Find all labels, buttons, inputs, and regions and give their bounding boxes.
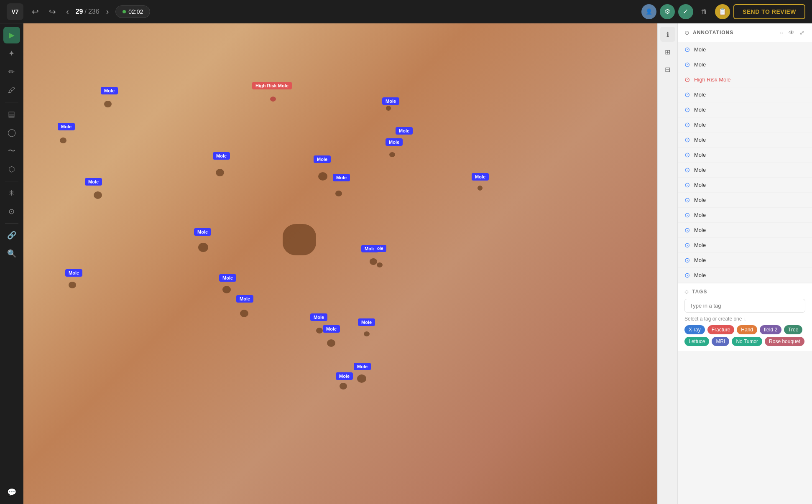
annotation-label-14[interactable]: Mole	[219, 274, 236, 282]
link-tool[interactable]: 🔗	[3, 227, 20, 244]
left-toolbar: ▶ ✦ ✏ 🖊 ▤ ◯ 〜 ⬡ ✳ ⊙ 🔗	[0, 23, 23, 504]
annotation-item-6[interactable]: ⊙ Mole	[678, 117, 812, 132]
brush-tool[interactable]: 🖊	[3, 82, 20, 99]
region-tool[interactable]: ⊙	[3, 203, 20, 220]
annotation-label-19[interactable]: Mole	[323, 325, 340, 333]
tag-chip-fracture[interactable]: Fracture	[707, 325, 735, 334]
annotation-label-4[interactable]: Mole	[382, 97, 399, 105]
timer-display[interactable]: 02:02	[115, 5, 150, 18]
mole-spot-11	[69, 282, 76, 288]
trash-button[interactable]: 🗑	[697, 4, 712, 19]
select-tool[interactable]: ▶	[3, 27, 20, 43]
annotation-label-8[interactable]: Mole	[386, 138, 403, 146]
annotation-label-6[interactable]: Mole	[314, 155, 331, 163]
mole-spot-15	[377, 262, 383, 267]
next-frame-button[interactable]: ›	[103, 5, 112, 18]
annotation-item-4[interactable]: ⊙ Mole	[678, 87, 812, 102]
timer-dot	[123, 10, 126, 13]
tag-chip-rose-bouquet[interactable]: Rose bouquet	[765, 337, 804, 346]
annotation-item-7[interactable]: ⊙ Mole	[678, 132, 812, 148]
annotation-label-5[interactable]: Mole	[213, 152, 230, 160]
tag-chip-tree[interactable]: Tree	[784, 325, 802, 334]
annotations-visibility-toggle[interactable]: 👁	[788, 28, 795, 37]
annotation-type-icon: ⊙	[684, 106, 690, 114]
annotation-label-20[interactable]: Mole	[358, 318, 375, 326]
annotation-item-13[interactable]: ⊙ Mole	[678, 223, 812, 238]
annotation-item-11[interactable]: ⊙ Mole	[678, 193, 812, 208]
annotations-panel: ⊙ ANNOTATIONS ○ 👁 ⤢ ⊙ Mole ⊙ Mole ⊙ High…	[678, 23, 812, 504]
annotation-label-11[interactable]: Mole	[472, 173, 489, 181]
annotation-label-7[interactable]: Mole	[396, 127, 413, 135]
annotation-type-icon: ⊙	[684, 181, 690, 189]
annotation-item-1[interactable]: ⊙ Mole	[678, 42, 812, 57]
annotation-label-15[interactable]: Mole	[236, 295, 253, 303]
annotation-label-3[interactable]: Mole	[58, 123, 75, 130]
tag-input[interactable]	[684, 299, 805, 313]
tags-title: TAGS	[692, 289, 707, 295]
comment-tool[interactable]: 💬	[3, 484, 20, 501]
tag-chip-x-ray[interactable]: X-ray	[684, 325, 705, 334]
tag-chip-mri[interactable]: MRI	[712, 337, 729, 346]
annotation-item-14[interactable]: ⊙ Mole	[678, 238, 812, 253]
annotation-item-5[interactable]: ⊙ Mole	[678, 102, 812, 117]
avatar: 👤	[641, 4, 656, 19]
avatar-initials: 👤	[646, 8, 652, 15]
annotation-item-3[interactable]: ⊙ High Risk Mole	[678, 72, 812, 87]
annotations-circle-toggle[interactable]: ○	[779, 28, 784, 37]
annotation-item-8[interactable]: ⊙ Mole	[678, 148, 812, 163]
panel-table-button[interactable]: ⊟	[660, 62, 675, 77]
annotation-label-1[interactable]: Mole	[101, 87, 118, 94]
annotation-label-13[interactable]: Mole	[65, 269, 82, 277]
annotation-item-15[interactable]: ⊙ Mole	[678, 253, 812, 268]
annotation-item-9[interactable]: ⊙ Mole	[678, 163, 812, 178]
panel-grid-button[interactable]: ⊞	[660, 44, 675, 59]
tag-chip-field-2[interactable]: field 2	[760, 325, 781, 334]
mole-spot-14	[370, 258, 377, 265]
annotation-label-9[interactable]: Mole	[85, 178, 102, 186]
ellipse-tool[interactable]: ◯	[3, 124, 20, 141]
select-icon: ▶	[9, 31, 15, 40]
undo-button[interactable]: ↩	[28, 5, 42, 18]
annotations-expand-button[interactable]: ⤢	[799, 28, 805, 37]
skeleton-tool[interactable]: ✳	[3, 185, 20, 201]
send-review-button[interactable]: SEND TO REVIEW	[733, 4, 805, 19]
automl-button[interactable]: ⚙	[660, 4, 675, 19]
prev-frame-button[interactable]: ‹	[63, 5, 72, 18]
annotation-label-12[interactable]: Mole	[194, 228, 211, 236]
polyline-tool[interactable]: 〜	[3, 143, 20, 159]
timer-value: 02:02	[128, 8, 143, 15]
annotation-item-label: Mole	[694, 152, 706, 158]
mole-spot-10	[198, 243, 208, 252]
cuboid-tool[interactable]: ⬡	[3, 161, 20, 178]
canvas-area[interactable]: Mole High Risk Mole Mole Mole Mole Mole …	[23, 23, 657, 504]
annotation-type-icon: ⊙	[684, 241, 690, 249]
topbar: V7 ↩ ↪ ‹ 29 / 236 › 02:02 👤 ⚙ ✓ 🗑 📋	[0, 0, 812, 23]
annotation-label-21[interactable]: Mole	[354, 363, 371, 370]
user-controls: 👤 ⚙ ✓ 🗑 📋 SEND TO REVIEW	[641, 4, 805, 19]
annotation-label-high-risk[interactable]: High Risk Mole	[252, 82, 292, 89]
redo-button[interactable]: ↪	[46, 5, 59, 18]
clipboard-button[interactable]: 📋	[715, 4, 730, 19]
pen-tool[interactable]: ✏	[3, 64, 20, 80]
tag-chip-hand[interactable]: Hand	[737, 325, 757, 334]
annotation-item-16[interactable]: ⊙ Mole	[678, 268, 812, 283]
frame-counter: 29 / 236	[76, 8, 100, 15]
annotation-label-22[interactable]: Mole	[336, 372, 353, 380]
annotation-item-2[interactable]: ⊙ Mole	[678, 57, 812, 72]
annotation-label-10[interactable]: Mole	[333, 174, 350, 181]
redo-icon: ↪	[49, 7, 56, 17]
panel-info-button[interactable]: ℹ	[660, 27, 675, 42]
layers-tool[interactable]: ▤	[3, 106, 20, 122]
zoom-tool[interactable]: 🔍	[3, 245, 20, 262]
annotation-item-12[interactable]: ⊙ Mole	[678, 208, 812, 223]
workflow-button[interactable]: ✓	[678, 4, 693, 19]
annotation-label-17[interactable]: ole	[374, 245, 386, 252]
annotation-type-icon: ⊙	[684, 196, 690, 204]
tag-chip-no-tumor[interactable]: No Tumor	[732, 337, 762, 346]
tag-chip-lettuce[interactable]: Lettuce	[684, 337, 709, 346]
annotation-item-label: High Risk Mole	[694, 76, 730, 83]
smart-select-tool[interactable]: ✦	[3, 45, 20, 62]
annotation-label-18[interactable]: Mole	[310, 313, 327, 321]
annotations-list: ⊙ Mole ⊙ Mole ⊙ High Risk Mole ⊙ Mole ⊙ …	[678, 42, 812, 283]
annotation-item-10[interactable]: ⊙ Mole	[678, 178, 812, 193]
